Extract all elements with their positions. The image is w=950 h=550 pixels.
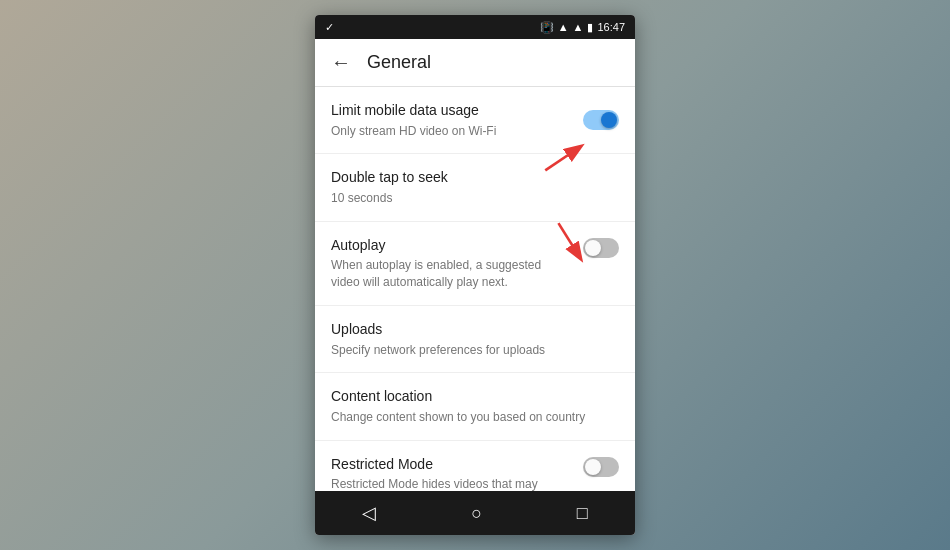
- signal-icon: ▲: [573, 21, 584, 33]
- toggle-limit-mobile[interactable]: [583, 110, 619, 130]
- setting-title-uploads: Uploads: [331, 320, 607, 340]
- setting-subtitle-restricted: Restricted Mode hides videos that may co…: [331, 476, 571, 491]
- setting-title-autoplay: Autoplay: [331, 236, 571, 256]
- setting-text-double-tap: Double tap to seek 10 seconds: [331, 168, 619, 206]
- setting-text-content-location: Content location Change content shown to…: [331, 387, 619, 425]
- battery-icon: ▮: [587, 21, 593, 34]
- setting-restricted-mode[interactable]: Restricted Mode Restricted Mode hides vi…: [315, 441, 635, 491]
- setting-title-restricted: Restricted Mode: [331, 455, 571, 475]
- setting-title-content-location: Content location: [331, 387, 607, 407]
- status-bar: ✓ 📳 ▲ ▲ ▮ 16:47: [315, 15, 635, 39]
- setting-text-uploads: Uploads Specify network preferences for …: [331, 320, 619, 358]
- top-bar: ← General: [315, 39, 635, 87]
- setting-double-tap[interactable]: Double tap to seek 10 seconds: [315, 154, 635, 221]
- setting-text-limit-mobile: Limit mobile data usage Only stream HD v…: [331, 101, 583, 139]
- wifi-icon: ▲: [558, 21, 569, 33]
- nav-home-button[interactable]: ○: [455, 495, 498, 532]
- phone-container: ✓ 📳 ▲ ▲ ▮ 16:47 ← General Limit mobile d…: [315, 15, 635, 535]
- setting-subtitle-content-location: Change content shown to you based on cou…: [331, 409, 607, 426]
- vibrate-icon: 📳: [540, 21, 554, 34]
- setting-content-location[interactable]: Content location Change content shown to…: [315, 373, 635, 440]
- setting-title-double-tap: Double tap to seek: [331, 168, 607, 188]
- setting-uploads[interactable]: Uploads Specify network preferences for …: [315, 306, 635, 373]
- nav-bar: ◁ ○ □: [315, 491, 635, 535]
- status-left: ✓: [325, 21, 334, 34]
- toggle-knob-restricted: [585, 459, 601, 475]
- setting-text-autoplay: Autoplay When autoplay is enabled, a sug…: [331, 236, 583, 291]
- setting-subtitle-autoplay: When autoplay is enabled, a suggested vi…: [331, 257, 571, 291]
- toggle-knob-autoplay: [585, 240, 601, 256]
- status-right: 📳 ▲ ▲ ▮ 16:47: [540, 21, 625, 34]
- status-time: 16:47: [597, 21, 625, 33]
- setting-limit-mobile-data[interactable]: Limit mobile data usage Only stream HD v…: [315, 87, 635, 154]
- nav-back-button[interactable]: ◁: [346, 494, 392, 532]
- setting-subtitle-uploads: Specify network preferences for uploads: [331, 342, 607, 359]
- setting-subtitle-double-tap: 10 seconds: [331, 190, 607, 207]
- nav-recent-button[interactable]: □: [561, 495, 604, 532]
- setting-title-limit-mobile: Limit mobile data usage: [331, 101, 571, 121]
- settings-list: Limit mobile data usage Only stream HD v…: [315, 87, 635, 491]
- setting-autoplay[interactable]: Autoplay When autoplay is enabled, a sug…: [315, 222, 635, 306]
- back-button[interactable]: ←: [331, 51, 351, 74]
- toggle-restricted[interactable]: [583, 457, 619, 477]
- setting-text-restricted: Restricted Mode Restricted Mode hides vi…: [331, 455, 583, 491]
- setting-subtitle-limit-mobile: Only stream HD video on Wi-Fi: [331, 123, 571, 140]
- toggle-autoplay[interactable]: [583, 238, 619, 258]
- page-title: General: [367, 52, 431, 73]
- check-circle-icon: ✓: [325, 21, 334, 34]
- toggle-knob-limit-mobile: [601, 112, 617, 128]
